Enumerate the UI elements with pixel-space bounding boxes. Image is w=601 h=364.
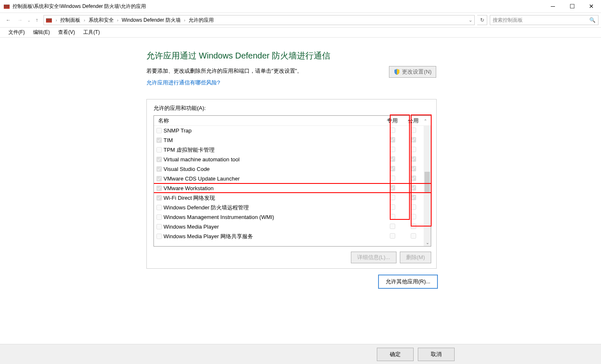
app-enabled-checkbox[interactable] — [156, 128, 162, 133]
app-public-checkbox[interactable] — [411, 137, 416, 143]
app-name: TPM 虚拟智能卡管理 — [164, 146, 382, 154]
app-private-checkbox[interactable] — [390, 214, 395, 219]
help-link[interactable]: 允许应用进行通信有哪些风险? — [146, 79, 220, 86]
chevron-right-icon[interactable]: › — [83, 18, 86, 23]
remove-button[interactable]: 删除(M) — [400, 252, 432, 263]
app-enabled-checkbox[interactable] — [156, 166, 162, 172]
app-public-checkbox[interactable] — [411, 233, 416, 239]
forward-button[interactable]: → — [14, 14, 26, 26]
app-enabled-checkbox[interactable] — [156, 224, 162, 229]
app-private-checkbox[interactable] — [390, 233, 395, 239]
app-public-checkbox[interactable] — [411, 224, 416, 229]
app-public-checkbox[interactable] — [411, 166, 416, 171]
menu-edit[interactable]: 编辑(E) — [29, 29, 54, 36]
app-name: Windows Management Instrumentation (WMI) — [164, 214, 382, 220]
app-private-checkbox[interactable] — [390, 147, 395, 152]
menu-view[interactable]: 查看(V) — [54, 29, 79, 36]
scrollbar[interactable]: ⌄ — [424, 126, 431, 246]
chevron-right-icon[interactable]: › — [183, 18, 186, 23]
app-private-checkbox[interactable] — [390, 224, 395, 229]
maximize-button[interactable]: ☐ — [563, 0, 582, 13]
list-item[interactable]: TIM — [154, 135, 431, 145]
allow-other-app-button[interactable]: 允许其他应用(R)... — [378, 275, 438, 289]
svg-rect-7 — [46, 20, 52, 21]
app-name: Wi-Fi Direct 网络发现 — [164, 194, 382, 202]
app-name: SNMP Trap — [164, 127, 382, 134]
app-enabled-checkbox[interactable] — [156, 214, 162, 220]
list-item[interactable]: Windows Media Player 网络共享服务 — [154, 232, 431, 241]
list-item[interactable]: Windows Media Player — [154, 222, 431, 232]
column-private[interactable]: 专用 — [382, 117, 403, 125]
breadcrumb-1[interactable]: 系统和安全 — [86, 17, 116, 24]
cancel-button[interactable]: 取消 — [418, 348, 455, 361]
column-name[interactable]: 名称 — [154, 117, 382, 125]
app-public-checkbox[interactable] — [411, 204, 416, 210]
app-public-checkbox[interactable] — [411, 214, 416, 219]
app-private-checkbox[interactable] — [390, 176, 395, 181]
app-name: VMware CDS Update Launcher — [164, 176, 382, 182]
app-private-checkbox[interactable] — [390, 204, 395, 210]
list-item[interactable]: Windows Defender 防火墙远程管理 — [154, 203, 431, 212]
breadcrumb-3[interactable]: 允许的应用 — [186, 17, 216, 24]
app-enabled-checkbox[interactable] — [156, 137, 162, 143]
app-enabled-checkbox[interactable] — [156, 176, 162, 181]
column-public[interactable]: 公用 — [403, 117, 424, 125]
details-button[interactable]: 详细信息(L)... — [351, 252, 396, 263]
app-public-checkbox[interactable] — [411, 156, 416, 162]
addressbar-dropdown[interactable]: ⌄ — [466, 17, 474, 23]
menu-tools[interactable]: 工具(T) — [79, 29, 104, 36]
back-button[interactable]: ← — [3, 14, 14, 26]
scroll-up-icon[interactable]: ⌃ — [424, 119, 427, 123]
list-item[interactable]: Windows Management Instrumentation (WMI) — [154, 212, 431, 222]
app-enabled-checkbox[interactable] — [156, 147, 162, 153]
app-private-checkbox[interactable] — [390, 156, 395, 162]
close-button[interactable]: ✕ — [582, 0, 601, 13]
chevron-right-icon[interactable]: › — [55, 18, 58, 23]
list-item[interactable]: VMware Workstation — [154, 183, 431, 193]
app-private-checkbox[interactable] — [390, 137, 395, 143]
search-input[interactable]: 搜索控制面板 🔍 — [490, 15, 598, 25]
minimize-button[interactable]: ─ — [543, 0, 563, 13]
app-public-checkbox[interactable] — [411, 176, 416, 181]
app-enabled-checkbox[interactable] — [156, 205, 162, 210]
app-public-checkbox[interactable] — [411, 127, 416, 133]
list-item[interactable]: Wi-Fi Direct 网络发现 — [154, 193, 431, 203]
svg-rect-2 — [4, 6, 10, 7]
change-settings-button[interactable]: 更改设置(N) — [389, 66, 436, 78]
app-public-checkbox[interactable] — [411, 185, 416, 191]
app-enabled-checkbox[interactable] — [156, 186, 162, 191]
breadcrumb-2[interactable]: Windows Defender 防火墙 — [119, 17, 183, 24]
list-item[interactable]: VMware CDS Update Launcher — [154, 174, 431, 183]
app-public-checkbox[interactable] — [411, 195, 416, 200]
list-item[interactable]: SNMP Trap — [154, 126, 431, 135]
content: 允许应用通过 Windows Defender 防火墙进行通信 若要添加、更改或… — [0, 38, 601, 344]
app-name: Windows Defender 防火墙远程管理 — [164, 204, 382, 211]
refresh-button[interactable]: ↻ — [477, 15, 487, 25]
scroll-thumb[interactable] — [425, 172, 430, 193]
app-private-checkbox[interactable] — [390, 127, 395, 133]
app-name: TIM — [164, 137, 382, 143]
ok-button[interactable]: 确定 — [377, 348, 414, 361]
app-private-checkbox[interactable] — [390, 166, 395, 171]
app-enabled-checkbox[interactable] — [156, 234, 162, 239]
menubar: 文件(F) 编辑(E) 查看(V) 工具(T) — [0, 28, 601, 38]
up-button[interactable]: ↑ — [32, 15, 42, 25]
menu-file[interactable]: 文件(F) — [4, 29, 29, 36]
app-private-checkbox[interactable] — [390, 185, 395, 191]
list-item[interactable]: TPM 虚拟智能卡管理 — [154, 145, 431, 155]
list-item[interactable]: Virtual machine automation tool — [154, 155, 431, 164]
history-dropdown[interactable]: ⌄ — [26, 18, 32, 23]
app-public-checkbox[interactable] — [411, 147, 416, 152]
app-enabled-checkbox[interactable] — [156, 195, 162, 201]
addressbar[interactable]: › 控制面板› 系统和安全› Windows Defender 防火墙› 允许的… — [43, 15, 475, 25]
chevron-right-icon[interactable]: › — [116, 18, 119, 23]
list-item[interactable]: Visual Studio Code — [154, 164, 431, 174]
app-private-checkbox[interactable] — [390, 195, 395, 200]
breadcrumb-0[interactable]: 控制面板 — [58, 17, 83, 24]
search-icon: 🔍 — [589, 17, 596, 23]
scroll-down-icon[interactable]: ⌄ — [424, 239, 431, 246]
app-enabled-checkbox[interactable] — [156, 157, 162, 162]
svg-rect-3 — [5, 5, 5, 9]
app-name: VMware Workstation — [164, 185, 382, 191]
apps-listbox: 名称 专用 公用 ⌃ SNMP TrapTIMTPM 虚拟智能卡管理Virtua… — [153, 115, 431, 247]
